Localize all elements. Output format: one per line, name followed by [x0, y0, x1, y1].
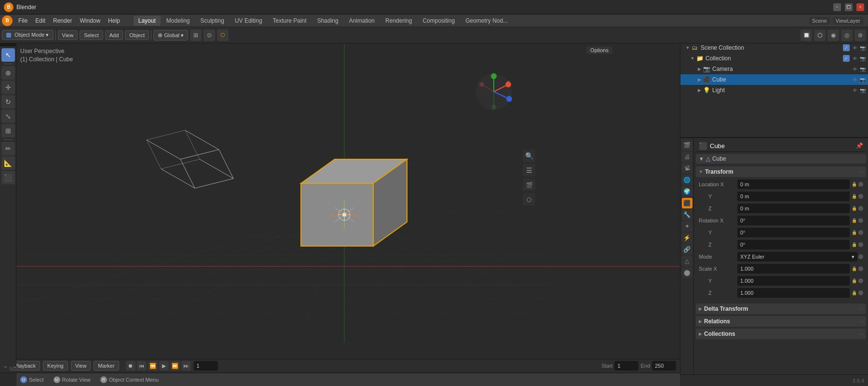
expand-camera[interactable]: ▶ — [696, 66, 703, 72]
cube-cam[interactable]: 📷 — [859, 76, 866, 83]
workspace-modeling[interactable]: Modeling — [162, 16, 195, 26]
viewport-display-mode[interactable]: 🔲 — [800, 29, 812, 41]
rotation-x-field[interactable] — [737, 216, 850, 225]
scale-y-dot[interactable] — [858, 278, 863, 283]
rotation-x-lock[interactable]: 🔒 — [851, 217, 857, 224]
maximize-button[interactable]: ⧠ — [845, 3, 853, 11]
cube-eye[interactable]: 👁 — [852, 76, 858, 83]
current-frame-field[interactable] — [194, 361, 218, 371]
location-x-dot[interactable] — [858, 182, 863, 187]
menu-file[interactable]: File — [14, 16, 31, 26]
props-tab-render[interactable]: 🎬 — [682, 140, 692, 151]
scale-x-dot[interactable] — [858, 266, 863, 271]
location-z-field[interactable] — [737, 204, 850, 213]
select-menu[interactable]: Select — [80, 30, 103, 40]
menu-help[interactable]: Help — [104, 16, 124, 26]
expand-light[interactable]: ▶ — [696, 87, 703, 94]
collection-visible[interactable]: ✓ — [843, 55, 850, 62]
menu-window[interactable]: Window — [76, 16, 104, 26]
props-tab-physics[interactable]: ⚡ — [682, 233, 692, 243]
play-btn[interactable]: ▶ — [159, 361, 169, 371]
props-pin-icon[interactable]: 📌 — [856, 142, 863, 149]
rotation-y-lock[interactable]: 🔒 — [851, 229, 857, 236]
location-x-lock[interactable]: 🔒 — [851, 181, 857, 188]
add-cube-tool[interactable]: ⬛ — [1, 171, 15, 184]
marker-menu[interactable]: Marker — [94, 361, 119, 371]
scale-z-lock[interactable]: 🔒 — [851, 290, 857, 296]
scale-z-field[interactable] — [737, 288, 850, 298]
rotation-z-field[interactable] — [737, 240, 850, 249]
step-fwd-btn[interactable]: ⏩ — [170, 361, 180, 371]
relations-header[interactable]: ▶ Relations ··· — [696, 316, 866, 327]
props-tab-world[interactable]: 🌍 — [682, 186, 692, 197]
measure-tool[interactable]: 📐 — [1, 156, 15, 170]
transform-section-header[interactable]: ▼ Transform ··· — [696, 166, 866, 177]
workspace-texture-paint[interactable]: Texture Paint — [268, 16, 312, 26]
props-object-name[interactable]: Cube — [710, 142, 853, 150]
viewport-shading-rendered[interactable]: ◎ — [841, 29, 853, 41]
3d-viewport[interactable]: X Y Z 🔍 ☰ 🎬 ⬡ User Perspective (1) Col — [16, 43, 680, 359]
outliner-light[interactable]: ▶ 💡 Light 👁 📷 — [680, 85, 868, 96]
rotation-y-field[interactable] — [737, 228, 850, 237]
menu-edit[interactable]: Edit — [31, 16, 49, 26]
collection-eye[interactable]: 👁 — [852, 55, 858, 62]
workspace-animation[interactable]: Animation — [344, 16, 380, 26]
rotate-tool[interactable]: ↻ — [1, 95, 15, 109]
scale-tool[interactable]: ⤡ — [1, 110, 15, 123]
start-frame-field[interactable] — [614, 361, 638, 371]
location-z-lock[interactable]: 🔒 — [851, 205, 857, 212]
scene-collection-cam[interactable]: 📷 — [859, 44, 866, 51]
rotation-mode-select[interactable]: XYZ Euler ▾ — [737, 252, 857, 262]
transform-pivot[interactable]: ⊕ Global ▾ — [153, 30, 188, 41]
outliner-camera[interactable]: ▶ 📷 Camera 👁 📷 — [680, 64, 868, 74]
viewport-shading-solid[interactable]: ⬡ — [814, 29, 826, 41]
props-tab-material[interactable]: ⬤ — [682, 267, 692, 278]
viewport-shading-material[interactable]: ◉ — [827, 29, 839, 41]
step-back-btn[interactable]: ⏪ — [148, 361, 158, 371]
snap-toggle[interactable]: ⊞ — [190, 29, 202, 41]
scale-x-field[interactable] — [737, 264, 850, 274]
props-tab-scene[interactable]: 🌐 — [682, 175, 692, 185]
props-tab-particles[interactable]: ✦ — [682, 221, 692, 232]
expand-collection[interactable]: ▼ — [689, 55, 696, 62]
add-menu[interactable]: Add — [105, 30, 123, 40]
workspace-uv-editing[interactable]: UV Editing — [230, 16, 267, 26]
location-x-field[interactable] — [737, 179, 850, 189]
scene-selector[interactable]: Scene — [809, 17, 830, 25]
outliner-scene-collection[interactable]: ▼ 🗂 Scene Collection ✓ 👁 📷 — [680, 42, 868, 53]
collections-header[interactable]: ▶ Collections ··· — [696, 329, 866, 339]
props-mesh-expand[interactable]: ▼ — [699, 156, 704, 162]
viewport-shading-mode[interactable]: Object Mode ▾ — [2, 30, 54, 40]
props-tab-view-layer[interactable]: 📽 — [682, 163, 692, 174]
rotation-x-dot[interactable] — [858, 218, 863, 223]
transform-tool[interactable]: ⊞ — [1, 124, 15, 138]
viewport-shading-eevee[interactable]: ⊛ — [854, 29, 866, 41]
annotate-tool[interactable]: ✏ — [1, 142, 15, 155]
location-y-lock[interactable]: 🔒 — [851, 193, 857, 200]
scene-collection-visible[interactable]: ✓ — [843, 44, 850, 51]
select-tool[interactable]: ↖ — [1, 48, 15, 62]
menu-render[interactable]: Render — [49, 16, 76, 26]
scene-collection-eye[interactable]: 👁 — [852, 44, 858, 51]
record-btn[interactable]: ⏺ — [126, 361, 136, 371]
light-eye[interactable]: 👁 — [852, 87, 858, 94]
rotation-z-dot[interactable] — [858, 242, 863, 247]
scale-y-lock[interactable]: 🔒 — [851, 277, 857, 284]
view-menu[interactable]: View — [58, 30, 78, 40]
location-y-field[interactable] — [737, 192, 850, 201]
scale-x-lock[interactable]: 🔒 — [851, 265, 857, 272]
workspace-geometry-nodes[interactable]: Geometry Nod... — [461, 16, 513, 26]
workspace-sculpting[interactable]: Sculpting — [196, 16, 229, 26]
camera-eye[interactable]: 👁 — [852, 66, 858, 72]
overlay-toggle[interactable]: ⬡ — [217, 29, 229, 41]
workspace-layout[interactable]: Layout — [134, 16, 161, 26]
move-tool[interactable]: ✛ — [1, 81, 15, 94]
keying-menu[interactable]: Keying — [43, 361, 68, 371]
camera-cam[interactable]: 📷 — [859, 66, 866, 72]
props-tab-constraints[interactable]: 🔗 — [682, 244, 692, 255]
rotation-y-dot[interactable] — [858, 230, 863, 235]
location-y-dot[interactable] — [858, 194, 863, 199]
scale-y-field[interactable] — [737, 276, 850, 286]
rotation-mode-dot[interactable] — [858, 254, 863, 259]
workspace-shading[interactable]: Shading — [312, 16, 343, 26]
